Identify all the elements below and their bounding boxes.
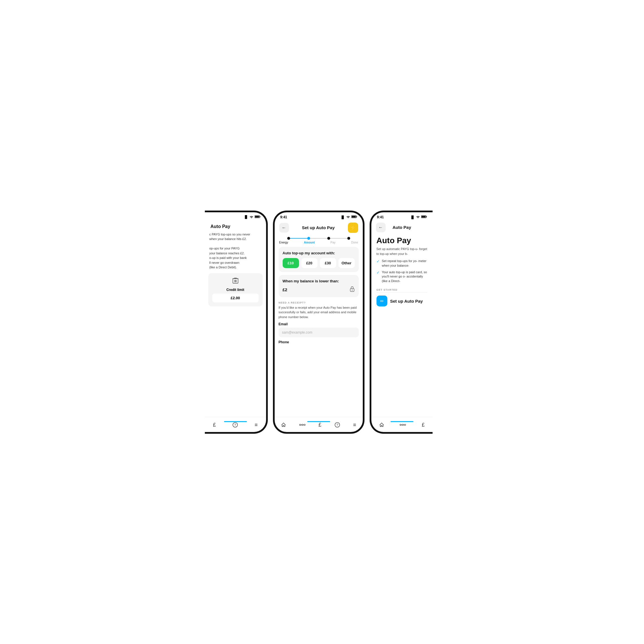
wifi-icon-center [346, 215, 350, 219]
nav-item-pound-left[interactable]: £ [213, 422, 216, 428]
step-labels: Energy Amount Pay Done [275, 240, 363, 244]
phone-right: 9:41 ▐▌ ← Auto Pay Auto Pay Set up autom… [370, 211, 433, 434]
svg-point-15 [300, 424, 301, 426]
topup-card-title: Auto top-up my account with: [283, 251, 355, 255]
bottom-bar-right: £ [371, 417, 433, 432]
status-bar-right: 9:41 ▐▌ [371, 212, 433, 220]
email-input[interactable]: sam@example.com [279, 328, 359, 337]
amount-opt-30[interactable]: £30 [320, 258, 336, 268]
divider-line [377, 292, 427, 293]
lightning-button[interactable]: ⚡ [348, 223, 358, 233]
topup-card: Auto top-up my account with: £10 £20 £30… [279, 247, 359, 272]
amount-opt-20[interactable]: £20 [301, 258, 318, 268]
balance-value: £2 [283, 287, 288, 292]
check-list: ✓ Set repeat top-ups for yo- meter when … [371, 259, 433, 286]
nav-activity-right[interactable] [400, 423, 406, 427]
nav-menu-center[interactable]: ≡ [353, 422, 356, 428]
setup-autopay-button[interactable]: ∞ Set up Auto Pay [371, 296, 433, 306]
svg-point-14 [352, 290, 352, 290]
svg-rect-1 [259, 216, 260, 217]
status-icons-left: ▐▌ [244, 215, 260, 219]
get-started-label: GET STARTED [371, 286, 433, 292]
balance-card-title: When my balance is lower than: [283, 279, 355, 283]
svg-point-22 [418, 218, 418, 218]
nav-item-menu-left[interactable]: ≡ [255, 422, 258, 428]
left-text3: op-ups for your PAYG [209, 246, 261, 251]
nav-account-right[interactable]: £ [422, 422, 425, 428]
phone-left: ▐▌ Auto Pay c PAYG top-ups so you never … [205, 211, 268, 434]
nav-home-right[interactable] [379, 422, 384, 427]
back-button-center[interactable]: ← [279, 223, 289, 233]
nav-help-center[interactable]: ? [334, 422, 340, 428]
nav-item-help-left[interactable]: ? [232, 422, 238, 428]
svg-point-16 [302, 424, 303, 426]
nav-activity-center[interactable] [299, 423, 306, 427]
receipt-heading: NEED A RECEIPT? [279, 301, 359, 304]
step-label-amount: Amount [304, 241, 315, 244]
battery-icon-left [255, 215, 260, 219]
nav-home-center[interactable] [281, 422, 286, 427]
check-item-1: ✓ Set repeat top-ups for yo- meter when … [377, 259, 427, 268]
center-nav-title: Set up Auto Pay [302, 225, 334, 230]
infinity-icon: ∞ [377, 296, 387, 306]
bottom-bar-left: £ ? ≡ [205, 417, 266, 432]
bottom-bar-center: £ ? ≡ [275, 417, 363, 432]
center-content: ← Set up Auto Pay ⚡ Energy Amount Pay Do… [275, 220, 363, 417]
left-body-text: c PAYG top-ups so you never when your ba… [205, 232, 266, 270]
amount-opt-other[interactable]: Other [338, 258, 355, 268]
svg-rect-2 [255, 216, 259, 217]
nav-account-center[interactable]: £ [318, 422, 321, 428]
step-dot-pay [327, 237, 330, 240]
right-content: ← Auto Pay Auto Pay Set up automatic PAY… [371, 220, 433, 417]
back-button-right[interactable]: ← [376, 223, 386, 232]
left-header-title: Auto Pay [205, 220, 266, 232]
left-text1: c PAYG top-ups so you never [209, 232, 261, 237]
center-top-nav: ← Set up Auto Pay ⚡ [275, 220, 363, 235]
balance-card: When my balance is lower than: £2 [279, 275, 359, 297]
right-nav-title: Auto Pay [393, 225, 411, 230]
scene: ▐▌ Auto Pay c PAYG top-ups so you never … [193, 199, 451, 445]
email-label: Email [279, 322, 359, 326]
amount-opt-10[interactable]: £10 [283, 258, 299, 268]
receipt-section: NEED A RECEIPT? If you'd like a receipt … [275, 300, 363, 347]
wifi-icon-left [249, 215, 253, 219]
step-label-done: Done [351, 241, 358, 244]
svg-point-9 [348, 218, 348, 218]
step-dot-amount [307, 237, 310, 240]
bottom-nav-right: £ [371, 422, 433, 428]
left-text2: when your balance hits £2. [209, 237, 261, 241]
amount-options: £10 £20 £30 Other [283, 258, 355, 268]
lock-icon [350, 286, 355, 293]
svg-rect-12 [352, 216, 356, 217]
svg-rect-24 [426, 216, 427, 217]
signal-icon-left: ▐▌ [244, 215, 248, 219]
svg-rect-11 [356, 216, 357, 217]
delete-icon[interactable] [212, 277, 259, 286]
credit-limit-block: Credit limit £2.00 [208, 273, 263, 306]
status-icons-right: ▐▌ [410, 215, 427, 219]
phone-center: 9:41 ▐▌ ← Set up Auto Pay ⚡ [273, 211, 364, 434]
bottom-nav-left: £ ? ≡ [205, 422, 266, 428]
svg-point-27 [402, 424, 404, 426]
balance-row: £2 [283, 286, 355, 293]
battery-icon-right [421, 215, 427, 219]
status-icons-center: ▐▌ [340, 215, 357, 219]
svg-point-28 [405, 424, 406, 426]
email-placeholder: sam@example.com [282, 330, 312, 334]
credit-amount-value: £2.00 [212, 294, 259, 302]
step-bar [275, 235, 363, 240]
left-text4: your balance reaches £2. [209, 251, 261, 256]
left-content: Auto Pay c PAYG top-ups so you never whe… [205, 220, 266, 417]
autopay-big-title: Auto Pay [371, 235, 433, 247]
bottom-nav-center: £ ? ≡ [275, 422, 363, 428]
credit-limit-title: Credit limit [212, 288, 259, 292]
svg-rect-25 [421, 216, 426, 217]
svg-text:?: ? [336, 423, 338, 427]
step-label-energy: Energy [279, 241, 288, 244]
svg-point-17 [304, 424, 305, 426]
autopay-intro-text: Set up automatic PAYG top-u- forget to t… [371, 247, 433, 259]
status-time-center: 9:41 [280, 215, 287, 219]
step-line-1 [290, 238, 307, 239]
svg-point-26 [400, 424, 401, 426]
battery-icon-center [351, 215, 357, 219]
